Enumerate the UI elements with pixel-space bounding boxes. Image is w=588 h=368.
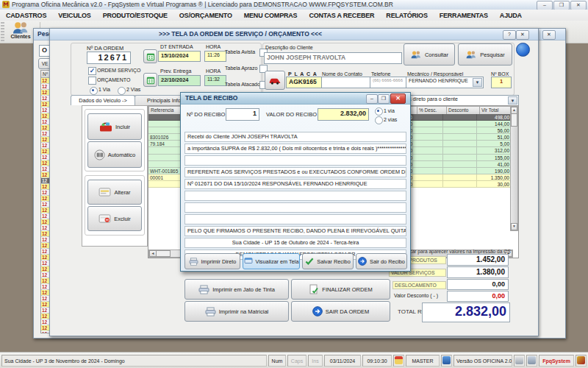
placa-car-button[interactable] bbox=[265, 71, 285, 90]
status-ins: Ins bbox=[308, 355, 323, 367]
pesquisa-close-button[interactable]: ✕ bbox=[542, 30, 556, 40]
contato-field[interactable] bbox=[321, 77, 373, 88]
dt-entrada-calendar-button[interactable] bbox=[143, 49, 157, 63]
descricao-cliente-field[interactable]: JOHN JOSEPH TRAVOLTA bbox=[264, 52, 402, 64]
hora-entrada-field[interactable]: 11:26 bbox=[204, 51, 226, 62]
consultar-people-icon bbox=[410, 50, 422, 60]
via2-radio[interactable] bbox=[118, 87, 126, 95]
pesquisar-people-icon bbox=[465, 50, 477, 60]
printer-icon bbox=[198, 285, 209, 294]
hora-entrada-label: HORA bbox=[206, 44, 220, 49]
descricao-cliente-label: Descrição do Cliente bbox=[265, 45, 313, 50]
menu-relatorios[interactable]: RELATÓRIOS bbox=[380, 12, 433, 19]
menu-compras[interactable]: MENU COMPRAS bbox=[238, 12, 304, 19]
box-field[interactable]: 1 bbox=[491, 77, 512, 88]
ordem-servico-checkbox[interactable]: ✓ bbox=[88, 67, 96, 75]
menu-contas-receber[interactable]: CONTAS A RECEBER bbox=[303, 12, 380, 19]
clientes-button[interactable]: Clientes bbox=[4, 21, 37, 43]
consultar-button[interactable]: Consultar bbox=[404, 43, 455, 66]
recibo-line[interactable]: PELO QUE FIRMAMOS O PRESENTE RECIBO, DAN… bbox=[184, 226, 406, 236]
automatico-button[interactable]: Automático bbox=[87, 141, 142, 168]
recibo-city-date-line[interactable]: Sua Cidade - UP 15 de Outubro de 2024 - … bbox=[184, 238, 406, 248]
mecanico-value: FERNANDO HENRRIQUE bbox=[409, 78, 468, 83]
calendar-icon bbox=[146, 76, 155, 85]
scroll-thumb[interactable] bbox=[511, 113, 517, 127]
excluir-label: Excluir bbox=[114, 216, 131, 222]
table-vscrollbar[interactable]: ▲ ▼ bbox=[510, 106, 518, 231]
telefone-field[interactable]: (66) 6666-6666 bbox=[370, 77, 408, 88]
total-value: 2.832,00 bbox=[422, 302, 510, 322]
menu-produto-estoque[interactable]: PRODUTO/ESTOQUE bbox=[97, 12, 173, 19]
scroll-down-icon[interactable]: ▼ bbox=[511, 223, 517, 230]
menu-os-orcamento[interactable]: OS/ORÇAMENTO bbox=[173, 12, 238, 19]
scroll-thumb[interactable] bbox=[156, 250, 171, 257]
app-title: Programa Oficina Mecânica v2.0 - FpqSyst… bbox=[12, 0, 393, 10]
recibo-line[interactable] bbox=[184, 202, 406, 213]
menu-ajuda[interactable]: AJUDA bbox=[494, 12, 528, 19]
telefone-label: Telefone bbox=[371, 71, 390, 77]
menu-bar: CADASTROS VEICULOS PRODUTO/ESTOQUE OS/OR… bbox=[0, 10, 588, 21]
salvar-recibo-button[interactable]: Salvar Recibo bbox=[302, 253, 354, 269]
imprimir-direto-button[interactable]: Imprimir Direto bbox=[184, 253, 240, 269]
order-help-button[interactable]: ? bbox=[503, 30, 516, 40]
recibo-line[interactable] bbox=[184, 191, 406, 201]
status-screen-icon[interactable] bbox=[526, 355, 537, 367]
imprimir-jato-button[interactable]: Imprimir em Jato de Tinta bbox=[184, 279, 289, 300]
recibo-minimize-button[interactable]: – bbox=[366, 94, 378, 104]
menu-ferramentas[interactable]: FERRAMENTAS bbox=[434, 12, 494, 19]
recibo-valor-field[interactable]: 2.832,00 bbox=[318, 108, 369, 121]
menu-cadastros[interactable]: CADASTROS bbox=[0, 12, 52, 19]
order-exit-circle-button[interactable] bbox=[516, 43, 530, 57]
order-window-title: >>> TELA DA ORDEM DE SERVIÇO / ORÇAMENTO… bbox=[50, 29, 538, 40]
sair-recibo-button[interactable]: Sair do Recibo bbox=[356, 253, 407, 269]
mecanico-combo[interactable]: FERNANDO HENRRIQUE ▼ bbox=[406, 77, 484, 88]
via1-radio[interactable] bbox=[90, 87, 98, 95]
prev-entrega-calendar-button[interactable] bbox=[143, 73, 157, 87]
salvar-recibo-label: Salvar Recibo bbox=[317, 258, 350, 265]
alterar-button[interactable]: Alterar bbox=[87, 180, 142, 205]
order-close-button[interactable]: ✕ bbox=[516, 30, 529, 40]
recibo-num-field[interactable]: 1 bbox=[226, 108, 259, 121]
recibo-num-label: Nº DO RECIBO bbox=[187, 111, 225, 118]
dt-entrada-field[interactable]: 15/10/2024 bbox=[158, 51, 201, 62]
recibo-close-button[interactable]: ✕ bbox=[390, 93, 406, 104]
recibo-maximize-button[interactable]: ❐ bbox=[378, 94, 390, 104]
valor-produtos-value: 1.452,00 bbox=[447, 254, 509, 266]
arrow-circle-icon bbox=[312, 306, 323, 316]
imprimir-direto-label: Imprimir Direto bbox=[201, 258, 237, 265]
tab-dados-veiculo[interactable]: Dados do Veiculo -> bbox=[71, 95, 135, 105]
recibo-line[interactable] bbox=[184, 155, 406, 166]
pesquisar-button[interactable]: Pesquisar bbox=[458, 43, 512, 66]
recibo-line[interactable] bbox=[184, 214, 406, 224]
finalizar-ordem-button[interactable]: FINALIZAR ORDEM bbox=[291, 279, 390, 300]
recibo-line[interactable]: Nº 012671 DO DIA 15/10/2024 RESPONSÁVEL … bbox=[184, 179, 406, 189]
hora-entrega-field[interactable]: 11:32 bbox=[204, 75, 226, 86]
recibo-line[interactable]: REFERENTE AOS SERVIÇOS PRESTADOS e ou EX… bbox=[184, 167, 406, 177]
menu-veiculos[interactable]: VEICULOS bbox=[52, 12, 96, 19]
recibo-via1-radio[interactable] bbox=[375, 107, 383, 116]
deslocamento-value: 0,00 bbox=[447, 279, 509, 290]
actions-panel: Incluir Automático Alterar Excluir bbox=[82, 105, 148, 247]
recibo-line[interactable]: Recebi do Cliente JOHN JOSEPH TRAVOLTA bbox=[184, 132, 406, 142]
placa-field[interactable]: AGK9165 bbox=[286, 77, 323, 88]
recibo-dialog: TELA DE RECIBO – ❐ ✕ Nº DO RECIBO 1 VALO… bbox=[180, 92, 411, 272]
recibo-valor-label: VALOR DO RECIBO R$ bbox=[266, 111, 326, 118]
chevron-down-icon[interactable]: ▼ bbox=[508, 96, 517, 105]
recibo-via2-radio[interactable] bbox=[375, 116, 383, 124]
sair-ordem-button[interactable]: SAIR DA ORDEM bbox=[291, 301, 390, 322]
visualizar-tela-button[interactable]: Visualizar em Tela bbox=[243, 253, 300, 269]
imprimir-matricial-button[interactable]: Imprimir na Matricial bbox=[184, 301, 289, 322]
num-ordem-field[interactable]: 12671 bbox=[87, 52, 131, 64]
chevron-down-icon[interactable]: ▼ bbox=[473, 78, 482, 87]
clientes-people-icon bbox=[11, 21, 30, 35]
recibo-line[interactable]: a importância SUPRA de R$ 2.832,00 ( Doi… bbox=[184, 144, 406, 154]
prev-entrega-field[interactable]: 22/10/2024 bbox=[158, 75, 201, 86]
orcamento-checkbox[interactable] bbox=[88, 77, 96, 85]
incluir-button[interactable]: Incluir bbox=[87, 113, 142, 140]
status-printer-icon[interactable] bbox=[514, 355, 525, 367]
deslocamento-label: DESLOCAMENTO bbox=[392, 281, 446, 289]
excluir-button[interactable]: Excluir bbox=[87, 206, 142, 231]
os-print-label: Marcar para aparecer valores na Impressã… bbox=[401, 249, 511, 254]
recibo-lines: Recebi do Cliente JOHN JOSEPH TRAVOLTA a… bbox=[184, 132, 406, 260]
prev-entrega-label: Prev. Entrega bbox=[160, 68, 191, 74]
